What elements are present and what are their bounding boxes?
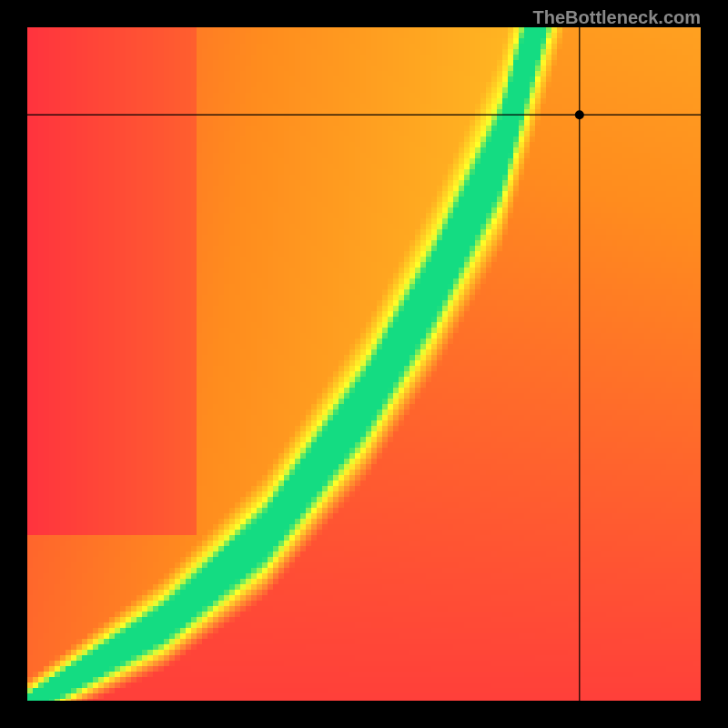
- heatmap-chart: [27, 27, 701, 701]
- watermark-text: TheBottleneck.com: [533, 7, 701, 28]
- heatmap-canvas: [27, 27, 701, 701]
